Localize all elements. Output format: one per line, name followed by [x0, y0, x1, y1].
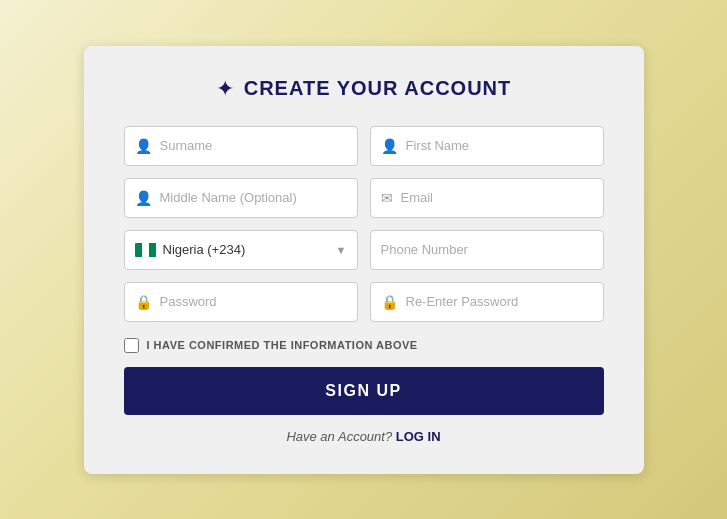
- email-field-wrapper: ✉: [370, 178, 604, 218]
- reenter-password-input[interactable]: [406, 294, 593, 309]
- chevron-down-icon: ▼: [336, 244, 347, 256]
- page-title: CREATE YOUR ACCOUNT: [244, 77, 512, 100]
- login-row: Have an Account? LOG IN: [124, 429, 604, 444]
- password-field-wrapper: 🔒: [124, 282, 358, 322]
- lock-icon-2: 🔒: [381, 294, 398, 310]
- phone-input[interactable]: [381, 242, 593, 257]
- form-grid: 👤 👤 👤 ✉ Nigeria (+234) ▼: [124, 126, 604, 353]
- signup-card: ✦ CREATE YOUR ACCOUNT 👤 👤 👤 ✉: [84, 46, 644, 474]
- reenter-password-field-wrapper: 🔒: [370, 282, 604, 322]
- password-input[interactable]: [160, 294, 347, 309]
- card-header: ✦ CREATE YOUR ACCOUNT: [124, 76, 604, 102]
- user-icon-3: 👤: [135, 190, 152, 206]
- firstname-field-wrapper: 👤: [370, 126, 604, 166]
- confirm-checkbox[interactable]: [124, 338, 139, 353]
- country-phone-label: Nigeria (+234): [163, 242, 336, 257]
- signup-button[interactable]: SIGN UP: [124, 367, 604, 415]
- star-icon: ✦: [216, 76, 234, 102]
- phone-field-wrapper: [370, 230, 604, 270]
- confirm-row: I HAVE CONFIRMED THE INFORMATION ABOVE: [124, 338, 604, 353]
- login-link[interactable]: LOG IN: [396, 429, 441, 444]
- email-input[interactable]: [401, 190, 593, 205]
- middlename-input[interactable]: [160, 190, 347, 205]
- user-icon-2: 👤: [381, 138, 398, 154]
- surname-field-wrapper: 👤: [124, 126, 358, 166]
- surname-input[interactable]: [160, 138, 347, 153]
- lock-icon: 🔒: [135, 294, 152, 310]
- nigeria-flag: [135, 243, 157, 257]
- firstname-input[interactable]: [406, 138, 593, 153]
- have-account-text: Have an Account?: [286, 429, 392, 444]
- email-icon: ✉: [381, 190, 393, 206]
- user-icon: 👤: [135, 138, 152, 154]
- middlename-field-wrapper: 👤: [124, 178, 358, 218]
- confirm-label: I HAVE CONFIRMED THE INFORMATION ABOVE: [147, 339, 418, 351]
- country-phone-selector[interactable]: Nigeria (+234) ▼: [124, 230, 358, 270]
